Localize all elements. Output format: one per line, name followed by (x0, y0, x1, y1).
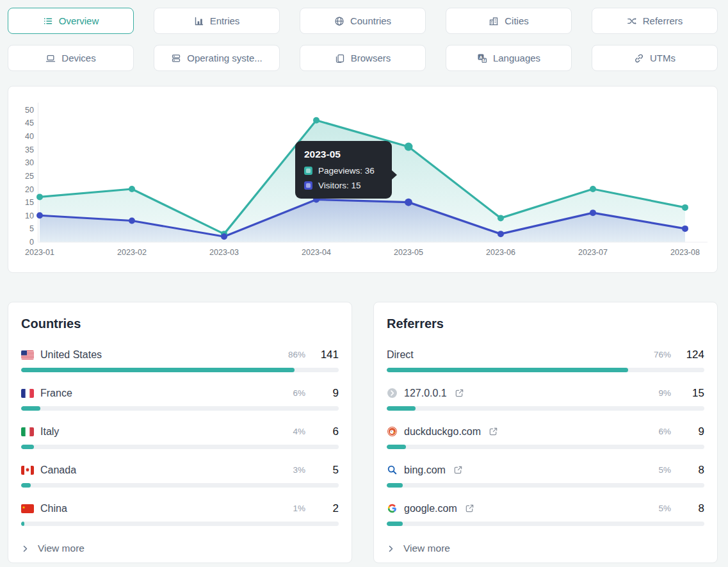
referrer-row[interactable]: Direct 76% 124 (387, 348, 704, 361)
list-icon (43, 16, 53, 26)
tab-label: Entries (210, 15, 240, 26)
country-item: Canada 3% 5 (21, 463, 339, 488)
svg-text:50: 50 (25, 106, 34, 115)
country-percent: 3% (293, 465, 305, 475)
country-percent: 1% (293, 504, 305, 513)
analytics-dashboard: Overview Entries Countries Cities Referr… (0, 0, 728, 563)
tooltip-pageviews-row: Pageviews: 36 (304, 166, 383, 176)
laptop-icon (45, 53, 56, 63)
referrer-percent: 5% (658, 504, 671, 513)
referrer-row[interactable]: duckduckgo.com 6% 9 (387, 425, 704, 438)
tooltip-visitors-text: Visitors: 15 (318, 181, 361, 190)
svg-text:40: 40 (25, 132, 34, 141)
external-link-icon[interactable] (489, 427, 498, 436)
tab-utms[interactable]: UTMs (592, 45, 718, 71)
tab-operating-systems[interactable]: Operating syste... (154, 45, 280, 71)
referrer-percent: 9% (658, 388, 671, 398)
tab-languages[interactable]: AZ Languages (446, 45, 572, 71)
flag-france-icon (21, 389, 34, 398)
flag-italy-icon (21, 427, 34, 436)
referrer-row[interactable]: bing.com 5% 8 (387, 463, 704, 477)
tab-label: Overview (59, 15, 99, 26)
tab-devices[interactable]: Devices (8, 45, 134, 71)
progress-track (387, 483, 704, 488)
tab-referrers[interactable]: Referrers (592, 8, 718, 34)
progress-track (21, 483, 339, 488)
tab-countries[interactable]: Countries (300, 8, 426, 34)
referrer-item: google.com 5% 8 (387, 502, 704, 526)
section-tabs: Overview Entries Countries Cities Referr… (8, 8, 718, 71)
buildings-icon (489, 16, 499, 26)
tab-label: Cities (505, 15, 529, 26)
country-row[interactable]: China 1% 2 (21, 502, 339, 515)
tab-browsers[interactable]: Browsers (300, 45, 426, 71)
external-link-icon[interactable] (453, 465, 463, 475)
tab-label: Browsers (351, 53, 391, 63)
svg-text:0: 0 (29, 238, 34, 247)
country-item: Italy 4% 6 (21, 425, 339, 449)
country-item: China 1% 2 (21, 502, 339, 526)
referrer-value: 15 (683, 387, 704, 400)
svg-text:2023-07: 2023-07 (578, 248, 608, 257)
shuffle-icon (627, 16, 637, 26)
translate-icon: AZ (477, 53, 487, 63)
country-row[interactable]: Canada 3% 5 (21, 463, 339, 477)
flag-china-icon (21, 504, 34, 513)
progress-fill (387, 483, 403, 488)
tab-entries[interactable]: Entries (154, 8, 280, 34)
progress-fill (21, 522, 24, 526)
referrer-percent: 6% (658, 427, 671, 436)
country-value: 2 (317, 502, 339, 515)
progress-fill (387, 445, 406, 449)
visitors-swatch-icon (304, 181, 312, 190)
referrer-item: Direct 76% 124 (387, 348, 704, 372)
tab-label: Referrers (643, 15, 683, 26)
google-favicon-icon (387, 503, 398, 514)
referrer-item: 127.0.0.1 9% 15 (387, 386, 704, 411)
external-link-icon[interactable] (465, 504, 474, 513)
country-value: 141 (317, 349, 339, 361)
countries-card: Countries United States 86% 141 France 6… (8, 302, 352, 563)
country-row[interactable]: United States 86% 141 (21, 348, 339, 361)
tab-overview[interactable]: Overview (8, 8, 134, 34)
svg-text:2023-08: 2023-08 (670, 248, 700, 257)
tooltip-title: 2023-05 (304, 149, 383, 160)
svg-text:45: 45 (25, 119, 34, 127)
tab-cities[interactable]: Cities (446, 8, 572, 34)
globe-icon (334, 16, 344, 26)
country-row[interactable]: Italy 4% 6 (21, 425, 339, 438)
country-percent: 6% (293, 388, 305, 398)
tooltip-pageviews-text: Pageviews: 36 (318, 166, 375, 176)
country-name: Canada (40, 464, 76, 476)
progress-track (21, 445, 339, 449)
progress-track (21, 522, 339, 526)
referrer-percent: 5% (658, 465, 671, 475)
referrer-name: google.com (404, 503, 457, 514)
referrer-value: 8 (683, 502, 704, 515)
progress-fill (387, 406, 416, 411)
country-value: 6 (317, 425, 339, 438)
referrers-view-more-button[interactable]: View more (387, 543, 450, 554)
referrer-name: duckduckgo.com (404, 426, 481, 438)
countries-view-more-button[interactable]: View more (21, 543, 85, 554)
country-row[interactable]: France 6% 9 (21, 386, 339, 400)
country-name: China (40, 503, 67, 514)
flag-united-states-icon (21, 350, 34, 359)
progress-track (21, 368, 339, 372)
localhost-favicon-icon (387, 388, 398, 399)
browsers-icon (335, 53, 345, 63)
tooltip-visitors-row: Visitors: 15 (304, 181, 383, 190)
progress-track (387, 406, 704, 411)
referrer-row[interactable]: 127.0.0.1 9% 15 (387, 386, 704, 400)
tab-label: Operating syste... (187, 53, 263, 63)
bar-chart-icon (194, 16, 204, 26)
tab-label: Devices (61, 53, 95, 63)
referrer-row[interactable]: google.com 5% 8 (387, 502, 704, 515)
referrer-item: bing.com 5% 8 (387, 463, 704, 488)
svg-text:15: 15 (25, 198, 34, 207)
server-stack-icon (171, 53, 181, 63)
external-link-icon[interactable] (455, 388, 464, 398)
country-name: France (40, 388, 72, 399)
referrer-value: 9 (683, 425, 704, 438)
svg-text:2023-06: 2023-06 (486, 248, 515, 257)
